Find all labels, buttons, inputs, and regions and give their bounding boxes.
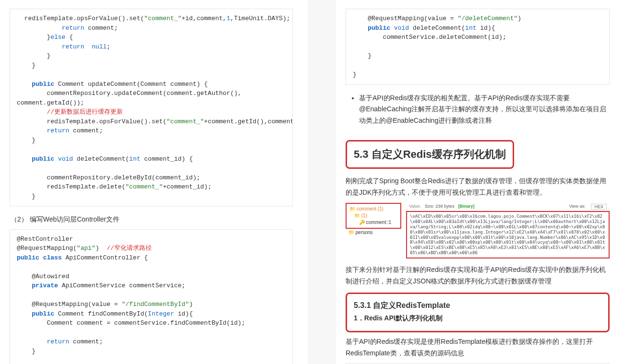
para-5-3-1: 基于API的Redis缓存实现是使用RedisTemplate模板进行数据缓存操… <box>346 336 610 359</box>
page-root: redisTemplate.opsForValue().set("comment… <box>0 0 624 364</box>
right-code-block-1: @RequestMapping(value = "/deleteComment"… <box>346 9 610 85</box>
value-label: Value: <box>409 204 421 210</box>
left-code-block-2: @RestController @RequestMapping("api") /… <box>10 229 293 364</box>
redis-value-header: Value: Size: 238 bytes [Binary] View as:… <box>406 203 610 211</box>
value-binary-tag: [Binary] <box>458 204 474 210</box>
redis-tree-panel: comment (1) (1) comment::1 <box>346 203 401 229</box>
view-as-label: View as: <box>569 204 586 210</box>
redis-tree-wrap: comment (1) (1) comment::1 persons <box>346 203 401 258</box>
column-gap <box>307 0 336 364</box>
left-code-block-1: redisTemplate.opsForValue().set("comment… <box>10 9 293 206</box>
para-after-img: 接下来分别针对基于注解的Redis缓存实现和基于API的Redis缓存实现中的数… <box>346 264 610 287</box>
heading-5-3-1-sub: 1．Redis API默认序列化机制 <box>354 313 601 324</box>
right-bullet-1: 基于API的Redis缓存实现的相关配置。基于API的Redis缓存实现不需要@… <box>359 93 610 127</box>
tree-folder-1: (1) <box>349 212 397 219</box>
redis-value-body: \xAC\xED\x00\x05sr\x00\x16com.lagou.pojo… <box>406 211 610 258</box>
tree-folder-persons: persons <box>348 230 396 235</box>
view-as-hex[interactable]: HEX <box>591 204 607 210</box>
section-5-3-1-box: 5.3.1 自定义RedisTemplate 1．Redis API默认序列化机… <box>346 293 610 332</box>
right-column: @RequestMapping(value = "/deleteComment"… <box>336 0 624 364</box>
heading-5-3-1: 5.3.1 自定义RedisTemplate <box>354 301 601 311</box>
tree-folder-comment: comment (1) <box>349 206 397 212</box>
section-5-3-box: 5.3 自定义Redis缓存序列化机制 <box>346 140 514 169</box>
left-step-2-text: （2） 编写Web访问层Controller文件 <box>11 214 293 225</box>
redis-screenshot-row: comment (1) (1) comment::1 persons Value… <box>346 203 610 258</box>
redis-value-panel: Value: Size: 238 bytes [Binary] View as:… <box>406 203 610 258</box>
tree-outside: persons <box>346 229 399 236</box>
tree-key-comment1: comment::1 <box>349 219 397 226</box>
heading-5-3: 5.3 自定义Redis缓存序列化机制 <box>354 147 506 162</box>
para-after-5-3: 刚刚完成了Spring Boot整合Redis进行了数据的缓存管理，但缓存管理的… <box>346 176 610 199</box>
value-size: Size: 238 bytes <box>425 204 455 210</box>
right-bullet-list: 基于API的Redis缓存实现的相关配置。基于API的Redis缓存实现不需要@… <box>346 93 610 127</box>
left-column: redisTemplate.opsForValue().set("comment… <box>0 0 307 364</box>
